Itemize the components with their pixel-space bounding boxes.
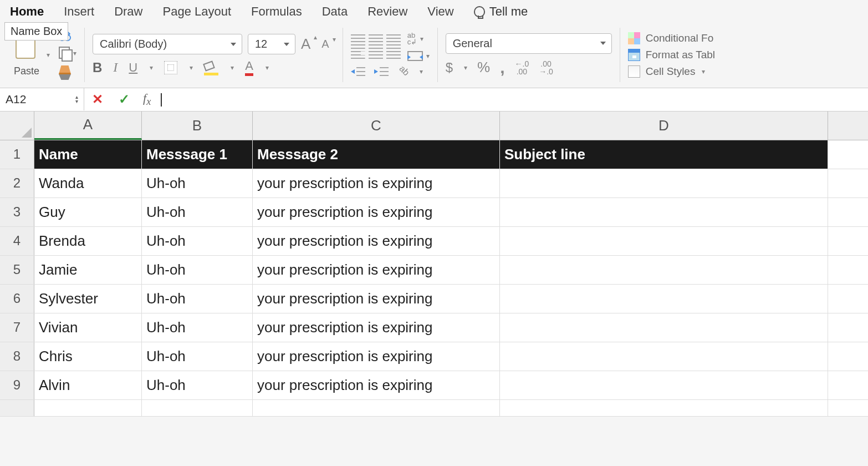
column-header[interactable]: C [253, 112, 500, 140]
cell[interactable]: your prescription is expiring [253, 169, 500, 197]
accept-icon[interactable]: ✓ [111, 92, 137, 107]
select-all-corner[interactable] [0, 112, 34, 140]
cell[interactable]: Guy [34, 198, 142, 226]
cell[interactable]: Chris [34, 342, 142, 371]
cell[interactable]: Subject line [500, 140, 828, 169]
row-header[interactable] [0, 400, 34, 416]
increase-decimal-icon[interactable]: ←.0.00 [515, 60, 529, 75]
cell[interactable]: Vivian [34, 313, 142, 342]
cell[interactable]: your prescription is expiring [253, 313, 500, 342]
row-header[interactable]: 7 [0, 313, 34, 342]
cell[interactable] [500, 256, 828, 284]
copy-dropdown-icon[interactable]: ▾ [73, 49, 76, 57]
tab-draw[interactable]: Draw [114, 4, 142, 19]
column-header[interactable]: D [500, 112, 828, 140]
font-size-select[interactable]: 12 [248, 34, 295, 54]
currency-dropdown-icon[interactable]: ▾ [464, 64, 467, 72]
cell[interactable]: Alvin [34, 371, 142, 399]
cell[interactable] [500, 285, 828, 313]
tab-page-layout[interactable]: Page Layout [163, 4, 232, 19]
fill-color-icon[interactable] [204, 62, 218, 73]
cell[interactable]: Uh-oh [142, 198, 253, 226]
wrap-text-icon[interactable]: abc↲ [407, 32, 417, 45]
cell[interactable]: Uh-oh [142, 256, 253, 284]
comma-style-icon[interactable]: , [500, 58, 504, 77]
orientation-icon[interactable]: ab [395, 63, 412, 80]
cell[interactable]: Messsage 2 [253, 140, 500, 169]
borders-dropdown-icon[interactable]: ▾ [190, 64, 193, 72]
increase-font-icon[interactable]: A▴ [301, 36, 316, 53]
align-left-icon[interactable] [351, 48, 365, 59]
cell[interactable] [500, 342, 828, 371]
row-header[interactable]: 9 [0, 371, 34, 399]
row-header[interactable]: 2 [0, 169, 34, 197]
cell[interactable] [500, 198, 828, 226]
cell[interactable]: your prescription is expiring [253, 256, 500, 284]
row-header[interactable]: 1 [0, 140, 34, 169]
row-header[interactable]: 8 [0, 342, 34, 371]
tab-data[interactable]: Data [322, 4, 348, 19]
row-header[interactable]: 6 [0, 285, 34, 313]
format-painter-icon[interactable] [59, 65, 71, 80]
row-header[interactable]: 5 [0, 256, 34, 284]
increase-indent-icon[interactable] [374, 66, 389, 77]
name-box[interactable]: A12 ▴▾ [0, 88, 84, 110]
format-as-table-button[interactable]: Format as Tabl [628, 49, 715, 61]
cell[interactable] [253, 400, 500, 416]
cell[interactable]: your prescription is expiring [253, 342, 500, 371]
cell[interactable] [500, 227, 828, 255]
cell[interactable]: Name [34, 140, 142, 169]
cell[interactable] [500, 313, 828, 342]
cell[interactable] [142, 400, 253, 416]
align-right-icon[interactable] [386, 48, 401, 59]
cell[interactable]: Sylvester [34, 285, 142, 313]
font-color-dropdown-icon[interactable]: ▾ [265, 64, 269, 72]
cell[interactable]: Wanda [34, 169, 142, 197]
decrease-font-icon[interactable]: A▾ [321, 38, 334, 50]
cell[interactable]: Uh-oh [142, 342, 253, 371]
name-box-stepper-icon[interactable]: ▴▾ [75, 95, 78, 104]
cell-styles-button[interactable]: Cell Styles ▾ [628, 65, 715, 78]
underline-dropdown-icon[interactable]: ▾ [150, 64, 153, 72]
orientation-dropdown-icon[interactable]: ▾ [420, 68, 423, 75]
tab-home[interactable]: Home [10, 4, 44, 19]
column-header[interactable]: B [142, 112, 253, 140]
fx-icon[interactable]: fx [137, 91, 156, 108]
copy-icon[interactable] [59, 47, 71, 60]
paste-dropdown-icon[interactable]: ▾ [47, 51, 50, 59]
row-header[interactable]: 4 [0, 227, 34, 255]
cell[interactable]: Messsage 1 [142, 140, 253, 169]
cell[interactable] [500, 169, 828, 197]
percent-icon[interactable]: % [477, 59, 490, 76]
align-middle-icon[interactable] [369, 34, 383, 45]
cell[interactable]: Uh-oh [142, 169, 253, 197]
align-top-icon[interactable] [351, 34, 365, 45]
align-bottom-icon[interactable] [386, 34, 401, 45]
cell[interactable] [500, 400, 828, 416]
merge-dropdown-icon[interactable]: ▾ [426, 52, 430, 60]
cell[interactable] [500, 371, 828, 399]
tell-me-search[interactable]: Tell me [474, 4, 528, 19]
cell[interactable] [34, 400, 142, 416]
tab-insert[interactable]: Insert [64, 4, 94, 19]
font-family-select[interactable]: Calibri (Body) [93, 34, 242, 54]
cell[interactable]: Jamie [34, 256, 142, 284]
tab-formulas[interactable]: Formulas [251, 4, 302, 19]
align-center-icon[interactable] [369, 48, 383, 59]
tab-review[interactable]: Review [367, 4, 407, 19]
formula-input[interactable] [156, 88, 868, 111]
merge-cells-icon[interactable] [407, 51, 423, 61]
currency-icon[interactable]: $ [446, 60, 453, 75]
cell[interactable]: Brenda [34, 227, 142, 255]
cell[interactable]: your prescription is expiring [253, 227, 500, 255]
cancel-icon[interactable]: ✕ [84, 92, 111, 107]
bold-button[interactable]: B [93, 60, 102, 75]
cell[interactable]: Uh-oh [142, 227, 253, 255]
font-color-icon[interactable]: A [245, 59, 253, 76]
column-header[interactable]: A [34, 112, 142, 140]
borders-icon[interactable] [164, 61, 177, 74]
number-format-select[interactable]: General [446, 33, 612, 54]
wrap-dropdown-icon[interactable]: ▾ [420, 35, 423, 43]
fill-dropdown-icon[interactable]: ▾ [231, 64, 234, 72]
decrease-indent-icon[interactable] [351, 66, 365, 77]
